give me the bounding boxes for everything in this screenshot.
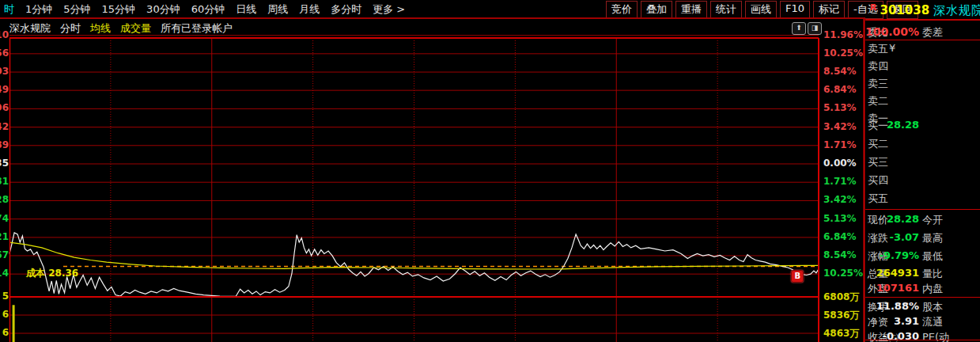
toolbar-button-标记[interactable]: 标记 [813, 1, 845, 19]
info-row-换手: 换手11.88%股本 [865, 300, 980, 316]
buy-row-4-label: 买四 [868, 173, 888, 188]
sell-row-4-label: 卖四 [868, 59, 888, 74]
info-row-现价-label: 现价 [868, 213, 888, 227]
menu-item-1分钟[interactable]: 1分钟 [25, 2, 52, 17]
y-axis-left-value: 31.35 [0, 158, 9, 169]
buy-row-1-label: 买一 [868, 119, 888, 133]
sell-row-5-label: 卖五 [868, 42, 888, 56]
chart-borders [9, 19, 865, 342]
y-axis-left-label-clipped: 29.21 [0, 231, 9, 242]
stock-name: 深水规院 [933, 3, 980, 17]
info-row-换手-label2: 股本 [922, 300, 943, 314]
info-row-换手-value: 11.88% [876, 300, 919, 312]
sell-row-2: 卖二 [865, 94, 980, 110]
y-axis-right-label: 1.71% [823, 176, 857, 187]
volume-axis-left-value: 5 [2, 291, 9, 302]
info-row-净资-value: 3.91 [894, 315, 919, 327]
volume-axis-right-label: 5836万 [823, 309, 859, 322]
info-row-总量-value: 264931 [876, 267, 919, 279]
timeframe-menu: 时1分钟5分钟15分钟30分钟60分钟日线周线月线多分时更多 > [4, 2, 405, 17]
volume-axis-left-value: 6 [2, 309, 9, 320]
y-axis-left-label-clipped: 31.89 [0, 139, 9, 150]
y-axis-left-value: 35.10 [0, 29, 9, 40]
info-row-涨跌-label2: 最高 [922, 231, 943, 245]
menu-item-更多 >[interactable]: 更多 > [373, 2, 405, 17]
y-axis-left-label-clipped: 34.56 [0, 48, 9, 59]
y-axis-right-label: 3.42% [823, 194, 857, 205]
intraday-chart[interactable] [0, 18, 865, 342]
y-axis-right-label: 6.84% [823, 84, 857, 95]
menu-item-30分钟[interactable]: 30分钟 [146, 2, 180, 17]
y-axis-left-label-clipped: 28.14 [0, 268, 9, 279]
y-axis-right-label: 0.00% [823, 158, 857, 169]
info-row-外盘-label2: 内盘 [922, 282, 943, 296]
y-axis-left-value: 31.89 [0, 139, 9, 150]
volume-axis-left-label-clipped: 5 [0, 291, 9, 302]
toolbar-button-画线[interactable]: 画线 [745, 1, 777, 19]
buy-row-1-value: 28.28 [887, 119, 919, 131]
menu-item-15分钟[interactable]: 15分钟 [102, 2, 136, 17]
info-row-涨幅-value: -9.79% [880, 249, 920, 261]
stock-header: R301038深水规院 [870, 2, 980, 18]
y-axis-left-label-clipped: 30.28 [0, 194, 9, 205]
volume-axis-left-label-clipped: 6 [0, 327, 9, 338]
info-row-涨跌: 涨跌-3.07最高 [865, 231, 980, 247]
y-axis-left-label-clipped: 32.42 [0, 121, 9, 132]
y-axis-left-value: 29.21 [0, 231, 9, 242]
menu-item-多分时[interactable]: 多分时 [331, 2, 361, 17]
y-axis-left-value: 30.81 [0, 176, 9, 187]
y-axis-left-value: 32.96 [0, 102, 9, 113]
y-axis-left-label-clipped: 31.35 [0, 158, 9, 169]
y-axis-left-label-clipped: 35.10 [0, 29, 9, 40]
info-row-外盘: 外盘107161内盘 [865, 282, 980, 298]
info-row-现价: 现价28.28今开 [865, 213, 980, 229]
y-axis-left-value: 28.67 [0, 249, 9, 260]
panel-divider-line [865, 209, 980, 210]
buy-row-3-label: 买三 [868, 155, 888, 169]
buy-row-4: 买四 [865, 173, 980, 189]
toolbar-button-重播[interactable]: 重播 [675, 1, 707, 19]
sell-row-3-label: 卖三 [868, 77, 888, 91]
quote-panel: 委比100.00%委差卖五¥卖四卖三卖二卖一买一28.28买二买三买四买五现价2… [865, 21, 980, 342]
cost-line-label: 成本 28.36 [26, 267, 78, 280]
toolbar-button-F10[interactable]: F10 [780, 1, 810, 19]
toolbar-button-叠加[interactable]: 叠加 [641, 1, 672, 19]
sell-row-4: 卖四 [865, 59, 980, 75]
y-axis-left-value: 33.49 [0, 84, 9, 95]
weicha-label: 委差 [922, 25, 943, 40]
volume-axis-right-label: 4863万 [823, 327, 859, 340]
menu-item-5分钟[interactable]: 5分钟 [63, 2, 90, 17]
menu-item-时[interactable]: 时 [4, 2, 14, 17]
buy-row-2-label: 买二 [868, 137, 888, 151]
info-row-净资-label2: 流通 [922, 315, 943, 329]
menu-item-60分钟[interactable]: 60分钟 [191, 2, 225, 17]
y-axis-right-label: 1.71% [823, 139, 857, 150]
menu-item-月线[interactable]: 月线 [299, 2, 320, 17]
top-menu-bar: 时1分钟5分钟15分钟30分钟60分钟日线周线月线多分时更多 > 竞价叠加重播统… [0, 0, 980, 17]
y-axis-right-label: 11.96% [823, 29, 863, 40]
y-axis-left-value: 32.42 [0, 121, 9, 132]
panel-divider-line [865, 340, 980, 340]
sell-row-3: 卖三 [865, 77, 980, 93]
y-axis-right-label: 6.84% [823, 231, 857, 242]
info-row-总量-label2: 量比 [922, 267, 943, 281]
menu-item-周线[interactable]: 周线 [267, 2, 288, 17]
y-axis-left-label-clipped: 30.81 [0, 176, 9, 187]
sell-row-2-label: 卖二 [868, 94, 888, 108]
y-axis-left-value: 34.56 [0, 48, 9, 59]
panel-divider-line [865, 40, 980, 40]
margin-flag-r: R [870, 2, 876, 13]
currency-symbol: ¥ [889, 42, 895, 54]
buy-row-5-label: 买五 [868, 192, 888, 206]
volume-axis-left-value: 6 [2, 327, 9, 338]
y-axis-right-label: 5.13% [823, 102, 857, 113]
info-row-涨幅: 涨幅-9.79%最低 [865, 249, 980, 265]
menu-item-日线[interactable]: 日线 [236, 2, 256, 17]
y-axis-left-label-clipped: 29.74 [0, 213, 9, 224]
y-axis-right-label: 3.42% [823, 121, 857, 132]
buy-row-3: 买三 [865, 155, 980, 171]
toolbar-button-竞价[interactable]: 竞价 [606, 1, 638, 19]
toolbar-button-统计[interactable]: 统计 [710, 1, 742, 19]
y-axis-right-label: 10.25% [823, 48, 863, 59]
info-row-净资-label: 净资 [868, 315, 888, 329]
